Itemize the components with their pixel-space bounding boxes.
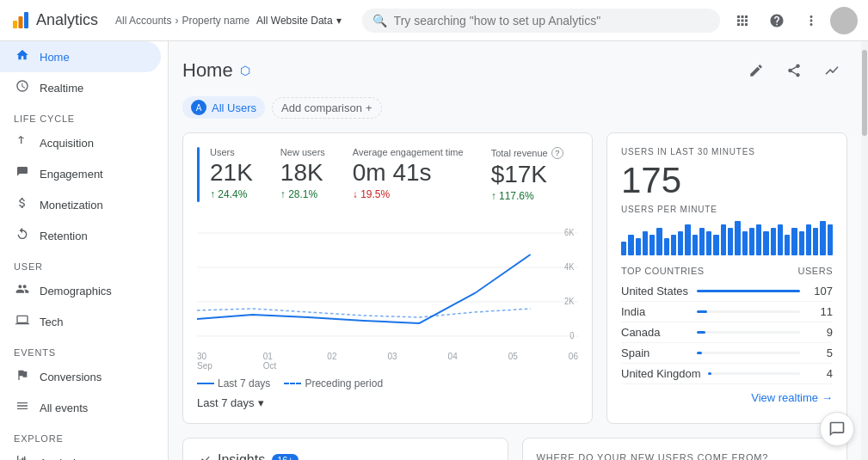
sidebar-item-retention[interactable]: Retention — [0, 220, 161, 251]
search-icon: 🔍 — [372, 14, 387, 28]
country-name: United States — [621, 285, 690, 297]
mini-bar-item — [693, 235, 698, 255]
view-realtime-arrow: → — [822, 391, 833, 404]
countries-col-header: TOP COUNTRIES — [621, 266, 705, 276]
metric-users-change: ↑ 24.4% — [210, 188, 253, 200]
account-selector-label: All Website Data — [256, 15, 332, 27]
share-button[interactable] — [779, 55, 810, 86]
scrollbar-thumb[interactable] — [862, 50, 867, 136]
grid-icon-button[interactable] — [727, 5, 758, 36]
legend-last7: Last 7 days — [197, 377, 270, 389]
sidebar-item-acquisition[interactable]: Acquisition — [0, 127, 161, 158]
country-name: India — [621, 305, 690, 318]
breadcrumb-accounts[interactable]: All Accounts — [115, 15, 171, 27]
sidebar-item-conversions[interactable]: Conversions — [0, 361, 161, 392]
sidebar-item-engagement[interactable]: Engagement — [0, 158, 161, 189]
analysis-icon — [14, 454, 31, 460]
metric-engagement-change: ↓ 19.5% — [353, 188, 464, 200]
home-link-icon[interactable]: ⬡ — [240, 64, 250, 77]
sidebar-item-demographics[interactable]: Demographics — [0, 275, 161, 306]
upm-label: USERS PER MINUTE — [621, 205, 833, 214]
mini-bar-item — [771, 228, 776, 255]
share-icon — [786, 63, 802, 78]
edit-report-button[interactable] — [741, 55, 772, 86]
view-realtime-link[interactable]: View realtime → — [621, 391, 833, 404]
metric-users: Users 21K ↑ 24.4% — [210, 147, 253, 202]
mini-bar-item — [756, 224, 761, 255]
all-users-filter[interactable]: A All Users — [182, 96, 265, 119]
sidebar-item-tech[interactable]: Tech — [0, 306, 161, 337]
xlabel-3: 03 — [387, 352, 397, 371]
xlabel-0: 30Sep — [197, 352, 212, 371]
help-button[interactable] — [761, 5, 792, 36]
country-bar — [697, 290, 800, 292]
revenue-help-icon[interactable]: ? — [551, 147, 563, 159]
legend-line-dashed — [284, 383, 301, 384]
country-users: 107 — [807, 285, 833, 297]
chat-button[interactable] — [820, 412, 854, 446]
sidebar-analysis-label: Analysis — [40, 457, 81, 461]
sidebar-allevents-label: All events — [40, 402, 88, 414]
search-input[interactable] — [394, 14, 710, 28]
realtime-value: 175 — [621, 160, 833, 201]
mini-bar-item — [671, 235, 676, 255]
sidebar-acquisition-label: Acquisition — [40, 137, 94, 150]
period-selector[interactable]: Last 7 days ▾ — [197, 396, 578, 409]
bottom-row: Insights 16+ WHERE DO YOUR NEW USERS COM… — [182, 438, 847, 460]
mini-bar-item — [664, 238, 669, 255]
add-comparison-button[interactable]: Add comparison + — [272, 97, 382, 119]
sidebar-item-analysis[interactable]: Analysis — [0, 447, 161, 460]
metric-new-users-change: ↑ 28.1% — [280, 188, 325, 200]
countries-table: TOP COUNTRIES USERS United States 107 In… — [621, 266, 833, 384]
breadcrumb: All Accounts › Property name — [115, 15, 249, 27]
users-col-header: USERS — [798, 266, 833, 276]
insights-label: Insights — [218, 452, 265, 460]
chart-legend: Last 7 days Preceding period — [197, 377, 578, 389]
metric-users-label: Users — [210, 147, 253, 157]
realtime-icon — [14, 79, 31, 96]
mini-bar-item — [678, 231, 683, 255]
sidebar-realtime-label: Realtime — [40, 82, 83, 95]
retention-icon — [14, 227, 31, 244]
account-selector-button[interactable]: All Website Data ▾ — [256, 15, 341, 27]
mini-bar-item — [728, 228, 733, 255]
country-users: 11 — [807, 305, 833, 318]
chat-icon — [828, 420, 846, 438]
sparkline-icon — [824, 63, 840, 78]
realtime-card-label: USERS IN LAST 30 MINUTES — [621, 147, 833, 156]
svg-text:0: 0 — [569, 331, 574, 340]
monetization-icon — [14, 196, 31, 213]
svg-rect-2 — [24, 12, 28, 28]
mini-bar-item — [813, 228, 818, 255]
sidebar-item-home[interactable]: Home — [0, 41, 161, 72]
sidebar-item-allevents[interactable]: All events — [0, 392, 161, 423]
insights-header: Insights 16+ — [197, 452, 494, 460]
right-scrollbar[interactable] — [861, 41, 868, 460]
more-options-button[interactable] — [796, 5, 827, 36]
search-box[interactable]: 🔍 — [362, 9, 720, 33]
acquisition-icon — [14, 134, 31, 151]
period-chevron: ▾ — [258, 396, 264, 409]
page-title: Home — [182, 59, 233, 82]
legend-last7-label: Last 7 days — [218, 377, 270, 389]
mini-bar-item — [785, 235, 790, 255]
legend-preceding-label: Preceding period — [305, 377, 383, 389]
cards-row: Users 21K ↑ 24.4% New users 18K ↑ 28.1% … — [182, 132, 847, 424]
insights-button[interactable] — [816, 55, 847, 86]
topbar: Analytics All Accounts › Property name A… — [0, 0, 868, 41]
sidebar-engagement-label: Engagement — [40, 168, 103, 181]
sidebar-item-monetization[interactable]: Monetization — [0, 189, 161, 220]
metric-new-users-label: New users — [280, 147, 325, 157]
chevron-down-icon: ▾ — [336, 15, 342, 27]
insights-badge: 16+ — [272, 454, 299, 460]
country-users: 9 — [807, 326, 833, 339]
logo-area: Analytics — [10, 10, 98, 31]
country-bar — [697, 331, 705, 334]
active-metric-bar — [197, 147, 200, 202]
country-name: United Kingdom — [621, 367, 701, 380]
mini-bar-item — [820, 221, 825, 255]
sidebar-item-realtime[interactable]: Realtime — [0, 72, 161, 103]
country-name: Canada — [621, 326, 690, 339]
avatar[interactable] — [830, 7, 858, 34]
metric-revenue-label: Total revenue ? — [491, 147, 563, 159]
